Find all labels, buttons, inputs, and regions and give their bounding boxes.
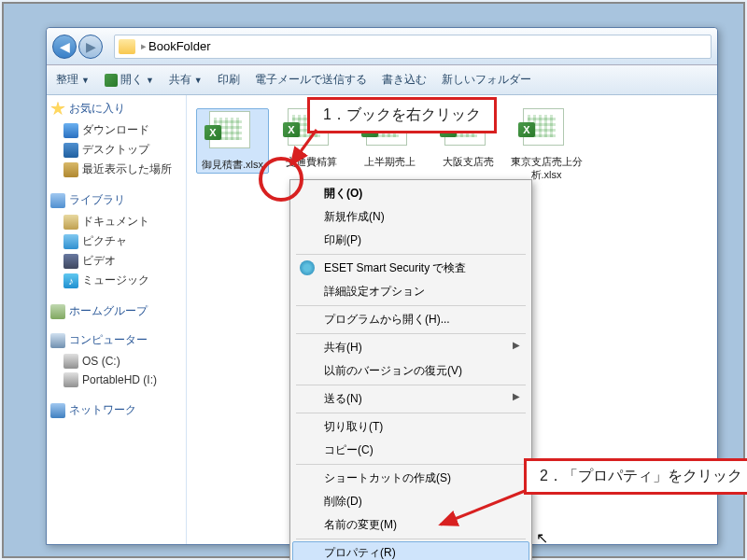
ctx-eset[interactable]: ESET Smart Security で検査 bbox=[292, 257, 529, 280]
chevron-down-icon: ▼ bbox=[146, 76, 154, 85]
excel-icon bbox=[105, 74, 118, 87]
desktop-icon bbox=[63, 143, 78, 158]
sidebar-item-os-c[interactable]: OS (C:) bbox=[50, 352, 182, 371]
file-item-selected[interactable]: 御見積書.xlsx bbox=[196, 108, 269, 174]
sidebar-libraries[interactable]: ライブラリ bbox=[50, 192, 182, 208]
star-icon bbox=[50, 102, 65, 117]
ctx-cut[interactable]: 切り取り(T) bbox=[292, 415, 529, 439]
separator bbox=[296, 464, 526, 465]
sidebar-item-desktop[interactable]: デスクトップ bbox=[50, 140, 182, 160]
annotation-callout-2: 2．「プロパティ」をクリック bbox=[524, 458, 747, 495]
library-icon bbox=[50, 193, 65, 208]
chevron-right-icon: ▶ bbox=[513, 391, 520, 401]
toolbar-share[interactable]: 共有▼ bbox=[169, 72, 203, 88]
excel-file-icon bbox=[209, 111, 250, 148]
ctx-open-with[interactable]: プログラムから開く(H)... bbox=[292, 308, 529, 331]
sidebar-favorites[interactable]: お気に入り bbox=[50, 101, 182, 117]
sidebar-item-music[interactable]: ♪ミュージック bbox=[50, 271, 182, 290]
drive-icon bbox=[63, 372, 78, 387]
toolbar-organize[interactable]: 整理▼ bbox=[56, 72, 90, 88]
toolbar-open[interactable]: 開く▼ bbox=[105, 72, 154, 88]
recent-icon bbox=[63, 162, 78, 177]
excel-file-icon bbox=[523, 108, 564, 146]
file-name: 大阪支店売 bbox=[431, 155, 504, 168]
document-icon bbox=[63, 215, 78, 230]
toolbar-email[interactable]: 電子メールで送信する bbox=[255, 72, 367, 88]
video-icon bbox=[63, 254, 78, 269]
annotation-arrow-1 bbox=[284, 125, 321, 175]
nav-pane: お気に入り ダウンロード デスクトップ 最近表示した場所 ライブラリ ドキュメン… bbox=[47, 95, 187, 544]
nav-back-button[interactable]: ◀ bbox=[52, 35, 77, 59]
separator bbox=[296, 254, 526, 255]
nav-forward-button[interactable]: ▶ bbox=[78, 35, 103, 59]
ctx-adv-options[interactable]: 詳細設定オプション bbox=[292, 280, 529, 303]
separator bbox=[296, 333, 526, 334]
ctx-print[interactable]: 印刷(P) bbox=[292, 229, 529, 252]
sidebar-item-documents[interactable]: ドキュメント bbox=[50, 212, 182, 231]
separator bbox=[296, 385, 526, 385]
toolbar-burn[interactable]: 書き込む bbox=[382, 72, 427, 88]
ctx-restore[interactable]: 以前のバージョンの復元(V) bbox=[292, 359, 529, 383]
chevron-down-icon: ▼ bbox=[194, 76, 203, 85]
sidebar-item-recent[interactable]: 最近表示した場所 bbox=[50, 160, 182, 179]
file-name: 上半期売上 bbox=[353, 155, 426, 168]
address-bar[interactable]: ▸ BookFolder bbox=[114, 35, 712, 59]
sidebar-network[interactable]: ネットワーク bbox=[50, 402, 182, 418]
download-icon bbox=[63, 123, 78, 138]
network-icon bbox=[50, 403, 65, 418]
toolbar: 整理▼ 開く▼ 共有▼ 印刷 電子メールで送信する 書き込む 新しいフォルダー bbox=[47, 65, 717, 95]
sidebar-item-videos[interactable]: ビデオ bbox=[50, 251, 182, 271]
toolbar-print[interactable]: 印刷 bbox=[218, 72, 240, 88]
annotation-callout-1: 1．ブックを右クリック bbox=[307, 97, 497, 133]
svg-line-1 bbox=[441, 491, 525, 525]
ctx-send-to[interactable]: 送る(N)▶ bbox=[292, 387, 529, 411]
file-item[interactable]: 東京支店売上分析.xlsx bbox=[510, 108, 583, 182]
eset-icon bbox=[300, 260, 315, 275]
ctx-new[interactable]: 新規作成(N) bbox=[292, 205, 529, 229]
sidebar-item-pictures[interactable]: ピクチャ bbox=[50, 231, 182, 251]
separator bbox=[296, 305, 526, 306]
file-name: 東京支店売上分析.xlsx bbox=[510, 155, 583, 182]
cursor-icon: ↖ bbox=[536, 529, 548, 547]
ctx-open[interactable]: 開く(O) bbox=[292, 182, 529, 205]
folder-icon bbox=[119, 39, 135, 54]
svg-line-0 bbox=[291, 130, 317, 164]
homegroup-icon bbox=[50, 304, 65, 319]
sidebar-item-portablehd[interactable]: PortableHD (I:) bbox=[50, 371, 182, 389]
sidebar-item-downloads[interactable]: ダウンロード bbox=[50, 120, 182, 140]
ctx-copy[interactable]: コピー(C) bbox=[292, 439, 529, 462]
ctx-properties[interactable]: プロパティ(R) bbox=[292, 541, 529, 560]
chevron-down-icon: ▼ bbox=[81, 76, 90, 85]
separator bbox=[296, 539, 526, 539]
ctx-share[interactable]: 共有(H)▶ bbox=[292, 336, 529, 359]
chevron-right-icon: ▸ bbox=[141, 40, 147, 52]
picture-icon bbox=[63, 234, 78, 249]
separator bbox=[296, 413, 526, 413]
computer-icon bbox=[50, 333, 65, 348]
file-name: 御見積書.xlsx bbox=[199, 158, 266, 171]
address-path: BookFolder bbox=[148, 39, 210, 53]
chevron-right-icon: ▶ bbox=[513, 340, 520, 350]
sidebar-homegroup[interactable]: ホームグループ bbox=[50, 303, 182, 319]
drive-icon bbox=[63, 354, 78, 369]
sidebar-computer[interactable]: コンピューター bbox=[50, 332, 182, 348]
titlebar: ◀ ▶ ▸ BookFolder bbox=[47, 28, 717, 65]
music-icon: ♪ bbox=[63, 273, 78, 288]
toolbar-newfolder[interactable]: 新しいフォルダー bbox=[442, 72, 531, 88]
annotation-arrow-2 bbox=[433, 487, 536, 538]
